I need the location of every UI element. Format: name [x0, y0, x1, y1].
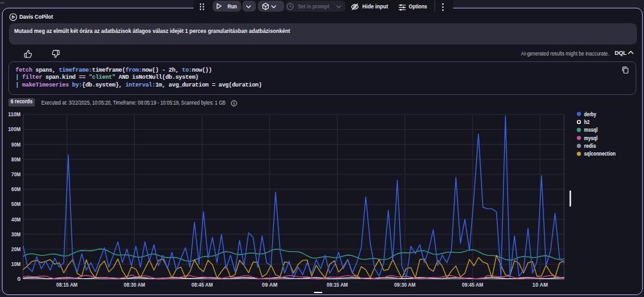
svg-text:08:45 AM: 08:45 AM — [191, 282, 213, 288]
svg-text:10M: 10M — [12, 261, 21, 267]
svg-text:100M: 100M — [8, 126, 21, 132]
svg-text:0: 0 — [17, 276, 21, 282]
svg-text:mysql: mysql — [584, 135, 598, 141]
svg-text:redis: redis — [584, 143, 596, 149]
svg-text:sqlconnection: sqlconnection — [584, 150, 616, 157]
svg-text:09:30 AM: 09:30 AM — [395, 282, 416, 288]
svg-text:110M: 110M — [8, 111, 21, 118]
svg-text:h2: h2 — [584, 119, 590, 125]
svg-text:50M: 50M — [12, 201, 21, 207]
svg-text:80M: 80M — [12, 156, 21, 163]
svg-text:10 AM: 10 AM — [532, 282, 548, 288]
svg-text:09:45 AM: 09:45 AM — [462, 282, 483, 288]
svg-text:08:15 AM: 08:15 AM — [56, 282, 77, 288]
svg-text:90M: 90M — [12, 141, 21, 148]
svg-text:09:15 AM: 09:15 AM — [327, 282, 348, 288]
svg-text:mssql: mssql — [584, 127, 598, 133]
svg-text:20M: 20M — [12, 246, 21, 252]
svg-text:30M: 30M — [12, 231, 21, 238]
svg-text:derby: derby — [584, 111, 596, 118]
svg-text:70M: 70M — [12, 171, 21, 178]
svg-text:40M: 40M — [12, 216, 21, 223]
svg-text:08:30 AM: 08:30 AM — [124, 282, 145, 288]
svg-text:09 AM: 09 AM — [262, 282, 277, 288]
svg-text:60M: 60M — [12, 186, 21, 192]
